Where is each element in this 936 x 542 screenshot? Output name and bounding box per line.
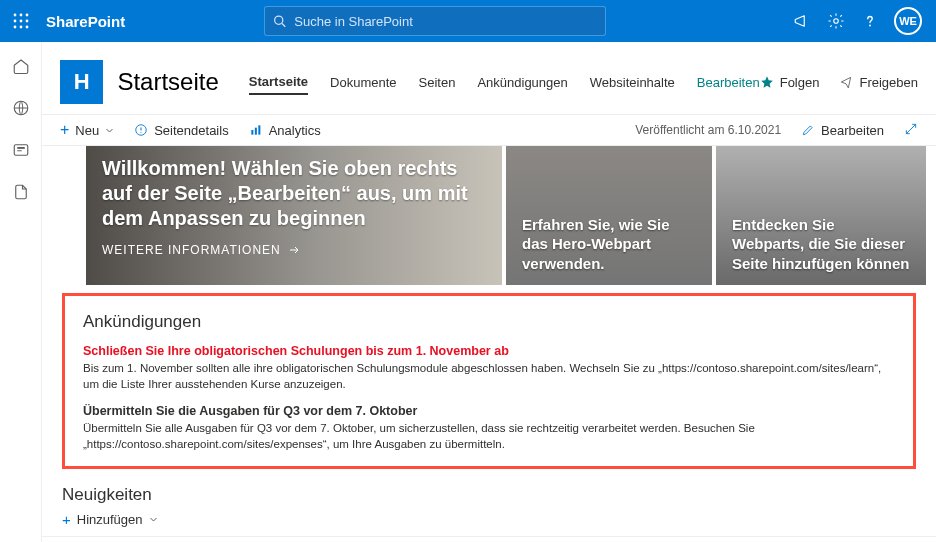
expand-icon[interactable] xyxy=(904,122,918,139)
help-icon[interactable] xyxy=(860,11,880,31)
svg-point-1 xyxy=(20,14,23,17)
nav-seiten[interactable]: Seiten xyxy=(419,71,456,94)
svg-point-7 xyxy=(20,26,23,29)
svg-point-11 xyxy=(834,19,839,24)
svg-rect-19 xyxy=(254,128,256,135)
home-icon[interactable] xyxy=(11,56,31,76)
svg-rect-20 xyxy=(258,125,260,134)
hero-tile-main[interactable]: Willkommen! Wählen Sie oben rechts auf d… xyxy=(86,146,502,285)
follow-label: Folgen xyxy=(780,75,820,90)
brand-text: SharePoint xyxy=(42,13,125,30)
share-button[interactable]: Freigeben xyxy=(839,75,918,90)
published-text: Veröffentlicht am 6.10.2021 xyxy=(635,123,781,137)
news-add-label: Hinzufügen xyxy=(77,512,143,527)
search-input[interactable] xyxy=(294,14,597,29)
analytics-button[interactable]: Analytics xyxy=(249,123,321,138)
site-title: Startseite xyxy=(117,68,218,96)
news-heading: Neuigkeiten xyxy=(42,479,936,505)
files-icon[interactable] xyxy=(11,182,31,202)
hero-tile3-text: Entdecken Sie Webparts, die Sie dieser S… xyxy=(732,215,910,274)
hero-tile-2[interactable]: Erfahren Sie, wie Sie das Hero-Webpart v… xyxy=(506,146,712,285)
analytics-label: Analytics xyxy=(269,123,321,138)
hero-main-cta[interactable]: WEITERE INFORMATIONEN xyxy=(102,243,486,257)
announcement-item: Übermitteln Sie die Ausgaben für Q3 vor … xyxy=(83,404,895,452)
svg-point-12 xyxy=(869,25,871,27)
news-icon[interactable] xyxy=(11,140,31,160)
page-details-button[interactable]: Seitendetails xyxy=(134,123,228,138)
new-label: Neu xyxy=(75,123,99,138)
app-launcher-icon[interactable] xyxy=(0,0,42,42)
announcement-title: Übermitteln Sie die Ausgaben für Q3 vor … xyxy=(83,404,895,418)
nav-ankundigungen[interactable]: Ankündigungen xyxy=(477,71,567,94)
globe-icon[interactable] xyxy=(11,98,31,118)
svg-point-5 xyxy=(26,20,29,23)
svg-rect-18 xyxy=(251,130,253,135)
site-logo: H xyxy=(60,60,103,104)
announcements-heading: Ankündigungen xyxy=(83,312,895,332)
gear-icon[interactable] xyxy=(826,11,846,31)
nav-startseite[interactable]: Startseite xyxy=(249,70,308,95)
svg-point-2 xyxy=(26,14,29,17)
hero-main-title: Willkommen! Wählen Sie oben rechts auf d… xyxy=(102,156,486,231)
svg-point-9 xyxy=(275,16,283,24)
follow-button[interactable]: Folgen xyxy=(760,75,820,90)
share-label: Freigeben xyxy=(859,75,918,90)
announcement-item: Schließen Sie Ihre obligatorischen Schul… xyxy=(83,344,895,392)
svg-point-8 xyxy=(26,26,29,29)
svg-line-10 xyxy=(282,23,285,26)
edit-page-button[interactable]: Bearbeiten xyxy=(801,123,884,138)
svg-rect-16 xyxy=(17,147,25,149)
avatar[interactable]: WE xyxy=(894,7,922,35)
hero-tile2-text: Erfahren Sie, wie Sie das Hero-Webpart v… xyxy=(522,215,696,274)
svg-point-4 xyxy=(20,20,23,23)
announcement-body: Bis zum 1. November sollten alle ihre ob… xyxy=(83,360,895,392)
svg-point-3 xyxy=(14,20,17,23)
svg-rect-14 xyxy=(14,145,28,156)
announcements-section: Ankündigungen Schließen Sie Ihre obligat… xyxy=(62,293,916,469)
announcement-title: Schließen Sie Ihre obligatorischen Schul… xyxy=(83,344,895,358)
nav-websiteinhalte[interactable]: Websiteinhalte xyxy=(590,71,675,94)
top-nav: Startseite Dokumente Seiten Ankündigunge… xyxy=(249,70,760,95)
nav-dokumente[interactable]: Dokumente xyxy=(330,71,396,94)
nav-bearbeiten[interactable]: Bearbeiten xyxy=(697,71,760,94)
svg-point-0 xyxy=(14,14,17,17)
megaphone-icon[interactable] xyxy=(792,11,812,31)
edit-label: Bearbeiten xyxy=(821,123,884,138)
news-add-button[interactable]: + Hinzufügen xyxy=(42,505,936,537)
page-details-label: Seitendetails xyxy=(154,123,228,138)
hero-tile-3[interactable]: Entdecken Sie Webparts, die Sie dieser S… xyxy=(716,146,926,285)
announcement-body: Übermitteln Sie alle Ausgaben für Q3 vor… xyxy=(83,420,895,452)
new-button[interactable]: +Neu xyxy=(60,121,114,139)
search-box[interactable] xyxy=(265,7,605,35)
svg-point-6 xyxy=(14,26,17,29)
